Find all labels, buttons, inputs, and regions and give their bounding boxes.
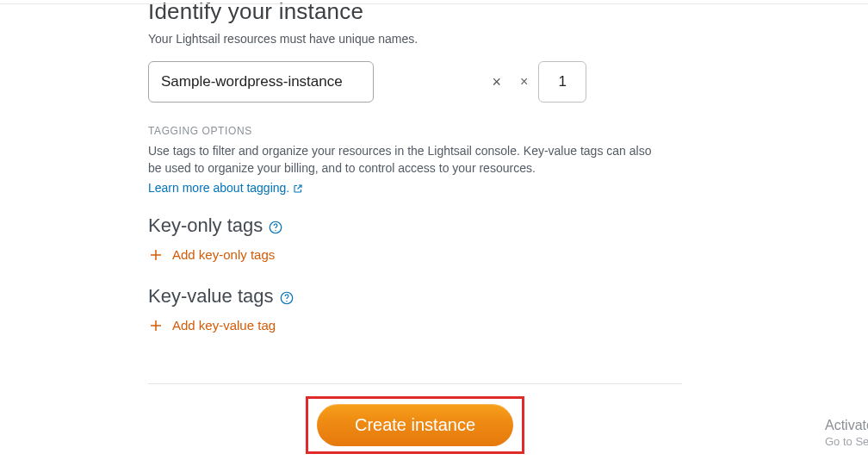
- add-key-value-tag-label: Add key-value tag: [172, 318, 276, 333]
- add-key-only-tags-button[interactable]: Add key-only tags: [148, 247, 275, 263]
- highlight-box: Create instance: [306, 396, 524, 454]
- tagging-options-label: TAGGING OPTIONS: [148, 125, 682, 137]
- main-content: Identify your instance Your Lightsail re…: [148, 0, 682, 454]
- instance-name-input-wrap: ×: [148, 61, 510, 103]
- watermark-text: Activate Windows Go to Settings: [825, 417, 868, 450]
- plus-icon: [148, 247, 164, 263]
- learn-more-text: Learn more about tagging.: [148, 181, 289, 195]
- watermark-line2: Go to Settings: [825, 435, 868, 450]
- page-subtitle: Your Lightsail resources must have uniqu…: [148, 32, 682, 46]
- watermark-line1: Activate Windows: [825, 417, 868, 435]
- key-value-tags-heading: Key-value tags: [148, 285, 682, 308]
- section-divider: [148, 383, 682, 384]
- help-icon[interactable]: [279, 289, 294, 304]
- clear-name-icon[interactable]: ×: [492, 73, 501, 91]
- top-divider: [0, 3, 868, 4]
- svg-point-1: [276, 230, 276, 231]
- learn-more-tagging-link[interactable]: Learn more about tagging.: [148, 181, 303, 195]
- svg-point-3: [286, 301, 287, 301]
- key-only-tags-heading-text: Key-only tags: [148, 214, 263, 237]
- plus-icon: [148, 318, 164, 333]
- key-only-tags-heading: Key-only tags: [148, 214, 682, 237]
- create-row: Create instance: [148, 396, 682, 454]
- help-icon[interactable]: [268, 218, 283, 233]
- tagging-description: Use tags to filter and organize your res…: [148, 142, 665, 177]
- add-key-only-tags-label: Add key-only tags: [172, 247, 275, 262]
- instance-name-row: × ×: [148, 61, 682, 103]
- instance-count-input[interactable]: [538, 61, 586, 103]
- add-key-value-tag-button[interactable]: Add key-value tag: [148, 318, 276, 333]
- instance-name-input[interactable]: [148, 61, 374, 103]
- create-instance-button[interactable]: Create instance: [317, 404, 513, 446]
- multiply-symbol: ×: [520, 74, 528, 90]
- key-value-tags-heading-text: Key-value tags: [148, 285, 274, 308]
- external-link-icon: [293, 183, 303, 193]
